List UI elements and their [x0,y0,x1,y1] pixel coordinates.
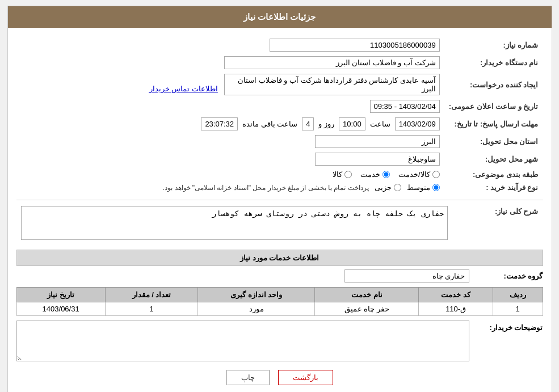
deadline-value-cell: 1403/02/09 ساعت 10:00 روز و 4 ساعت باقی … [16,115,444,133]
buyer-org-label: نام دستگاه خریدار: [444,54,543,71]
divider-1 [16,200,543,200]
announce-date-value-cell: 1403/02/04 - 09:35 [16,98,444,115]
page-title: جزئیات اطلاعات نیاز [243,12,316,22]
deadline-row: مهلت ارسال پاسخ: تا تاریخ: 1403/02/09 سا… [16,115,543,133]
services-table-head: ردیف کد خدمت نام خدمت واحد اندازه گیری ت… [16,288,543,302]
category-label: طبقه بندی موضوعی: [444,168,543,181]
deadline-time: 10:00 [339,117,365,130]
col-service-code: کد خدمت [419,288,493,302]
purchase-note: پرداخت تمام یا بخشی از مبلغ خریدار محل "… [163,184,369,192]
services-table: ردیف کد خدمت نام خدمت واحد اندازه گیری ت… [16,287,543,316]
category-radio-goods[interactable] [344,171,352,178]
purchase-type-radio-small[interactable] [394,184,401,191]
deadline-label: مهلت ارسال پاسخ: تا تاریخ: [444,115,543,133]
info-table: شماره نیاز: 1103005186000039 نام دستگاه … [16,36,543,194]
cell-service-name: حفر چاه عمیق [315,302,419,316]
purchase-type-row: نوع فرآیند خرید : متوسط جزیی پرداخت تمام… [16,181,543,194]
buyer-org-row: نام دستگاه خریدار: شرکت آب و فاضلاب استا… [16,54,543,71]
purchase-type-label: نوع فرآیند خرید : [444,181,543,194]
purchase-type-radio-medium[interactable] [432,184,440,191]
need-number-value-cell: 1103005186000039 [16,36,444,54]
buyer-notes-section: توضیحات خریدار: [16,321,543,361]
purchase-type-label-small: جزیی [375,183,392,192]
category-row: طبقه بندی موضوعی: کالا/خدمت خدمت [16,168,543,181]
creator-row: ایجاد کننده درخواست: آسیه عابدی کارشناس … [16,71,543,98]
buyer-notes-textarea[interactable] [16,321,469,361]
main-container: جزئیات اطلاعات نیاز شماره نیاز: 11030051… [7,6,552,392]
purchase-type-label-medium: متوسط [407,183,430,192]
description-value-cell: حفاری یک حلفه چاه به روش دستی در روستای … [16,204,452,244]
col-unit: واحد اندازه گیری [198,288,315,302]
creator-label: ایجاد کننده درخواست: [444,71,543,98]
category-radio-service[interactable] [383,171,390,178]
description-table: شرح کلی نیاز: حفاری یک حلفه چاه به روش د… [16,204,543,244]
buyer-org-value-cell: شرکت آب و فاضلاب استان البرز [16,54,444,71]
province-row: استان محل تحویل: البرز [16,133,543,150]
creator-value: آسیه عابدی کارشناس دفتر قراردادها شرکت آ… [224,74,440,95]
cell-quantity: 1 [105,302,197,316]
buttons-row: بازگشت چاپ [16,370,543,385]
col-quantity: تعداد / مقدار [105,288,197,302]
content-area: شماره نیاز: 1103005186000039 نام دستگاه … [8,28,552,392]
city-row: شهر محل تحویل: ساوجبلاغ [16,150,543,168]
need-description-textarea[interactable]: حفاری یک حلفه چاه به روش دستی در روستای … [21,206,448,240]
col-row-num: ردیف [493,288,543,302]
category-label-service: خدمت [360,170,380,179]
cell-unit: مورد [198,302,315,316]
col-service-name: نام خدمت [315,288,419,302]
need-number-label: شماره نیاز: [444,36,543,54]
cell-service-code: ق-110 [419,302,493,316]
announce-date-value: 1403/02/04 - 09:35 [370,100,440,113]
category-label-goods-service: کالا/خدمت [398,170,430,179]
city-label: شهر محل تحویل: [444,150,543,168]
contact-link[interactable]: اطلاعات تماس خریدار [149,85,218,93]
category-radio-goods-service[interactable] [432,171,440,178]
table-row: 1 ق-110 حفر چاه عمیق مورد 1 1403/06/31 [16,302,543,316]
cell-row-num: 1 [493,302,543,316]
city-value: ساوجبلاغ [315,153,440,166]
category-label-goods: کالا [333,170,342,179]
city-value-cell: ساوجبلاغ [16,150,444,168]
province-label: استان محل تحویل: [444,133,543,150]
purchase-type-option-small[interactable]: جزیی [375,183,401,192]
group-service-value: حفاری چاه [344,269,469,283]
group-service-row: گروه خدمت: حفاری چاه [16,269,543,283]
deadline-remaining-label: ساعت باقی مانده [242,120,297,128]
purchase-type-value-cell: متوسط جزیی پرداخت تمام یا بخشی از مبلغ خ… [16,181,444,194]
col-need-date: تاریخ نیاز [16,288,105,302]
deadline-date: 1403/02/09 [395,117,440,130]
category-value-cell: کالا/خدمت خدمت کالا [16,168,444,181]
page-header: جزئیات اطلاعات نیاز [8,6,552,28]
services-table-body: 1 ق-110 حفر چاه عمیق مورد 1 1403/06/31 [16,302,543,316]
description-row: شرح کلی نیاز: حفاری یک حلفه چاه به روش د… [16,204,543,244]
province-value: البرز [315,135,440,148]
buyer-notes-label: توضیحات خریدار: [475,321,543,332]
services-table-header-row: ردیف کد خدمت نام خدمت واحد اندازه گیری ت… [16,288,543,302]
creator-value-cell: آسیه عابدی کارشناس دفتر قراردادها شرکت آ… [16,71,444,98]
group-service-label: گروه خدمت: [475,272,543,280]
deadline-days: 4 [302,117,314,130]
category-option-goods-service[interactable]: کالا/خدمت [398,170,440,179]
announce-date-row: تاریخ و ساعت اعلان عمومی: 1403/02/04 - 0… [16,98,543,115]
deadline-days-label: روز و [318,120,334,128]
need-number-value: 1103005186000039 [270,39,440,52]
deadline-remaining: 23:07:32 [201,117,238,130]
announce-date-label: تاریخ و ساعت اعلان عمومی: [444,98,543,115]
description-label: شرح کلی نیاز: [452,204,543,244]
buyer-org-value: شرکت آب و فاضلاب استان البرز [224,56,440,69]
purchase-type-flex: متوسط جزیی پرداخت تمام یا بخشی از مبلغ خ… [21,183,440,192]
deadline-flex: 1403/02/09 ساعت 10:00 روز و 4 ساعت باقی … [21,117,440,130]
print-button[interactable]: چاپ [226,370,270,385]
category-option-service[interactable]: خدمت [360,170,390,179]
back-button[interactable]: بازگشت [278,370,333,385]
category-option-goods[interactable]: کالا [333,170,352,179]
category-radio-group: کالا/خدمت خدمت کالا [21,170,440,179]
need-number-row: شماره نیاز: 1103005186000039 [16,36,543,54]
deadline-time-label: ساعت [370,120,390,128]
services-section-header: اطلاعات خدمات مورد نیاز [16,250,543,266]
province-value-cell: البرز [16,133,444,150]
cell-need-date: 1403/06/31 [16,302,105,316]
purchase-type-option-medium[interactable]: متوسط [407,183,440,192]
